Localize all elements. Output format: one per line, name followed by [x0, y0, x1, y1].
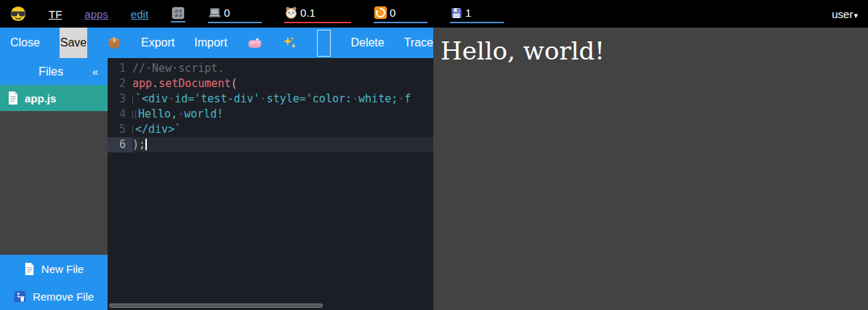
code-line-content: //·New·script. — [132, 61, 433, 76]
code-editor[interactable]: 1//·New·script.2app.setDocument(3`<div·i… — [108, 58, 433, 310]
link-edit[interactable]: edit — [131, 8, 148, 20]
empty-slot-button[interactable] — [317, 30, 331, 57]
hamster-icon — [284, 6, 298, 20]
remove-file-button[interactable]: Remove File — [0, 282, 108, 310]
chevron-down-icon: ▾ — [853, 11, 858, 20]
files-header: Files « — [0, 58, 108, 85]
line-number: 4 — [108, 107, 132, 122]
sidebar-filler — [0, 111, 108, 255]
repeat-counter[interactable]: 0 — [374, 4, 427, 23]
code-line[interactable]: 5</div>` — [108, 122, 433, 137]
code-line[interactable]: 1//·New·script. — [108, 61, 433, 76]
code-line-content: </div>` — [132, 122, 433, 137]
horizontal-scrollbar-thumb[interactable] — [109, 303, 323, 308]
remove-file-label: Remove File — [33, 290, 94, 303]
code-lines: 1//·New·script.2app.setDocument(3`<div·i… — [108, 58, 433, 152]
line-number: 6 — [108, 137, 132, 152]
floppy-disk-icon — [450, 7, 463, 20]
apps-grid-button[interactable] — [171, 6, 185, 23]
tab-marker — [135, 107, 136, 121]
save-button[interactable]: Save — [60, 28, 87, 58]
code-line[interactable]: 2app.setDocument( — [108, 76, 433, 91]
line-number: 1 — [108, 61, 132, 76]
text-cursor — [145, 139, 147, 150]
laptop-counter-value: 0 — [224, 7, 230, 19]
package-button[interactable] — [107, 36, 121, 50]
new-file-label: New File — [41, 263, 84, 275]
hamster-counter[interactable]: 0.1 — [284, 4, 351, 23]
hamster-counter-value: 0.1 — [300, 7, 316, 19]
main-area: Close Save Export Import — [0, 28, 868, 310]
sunglasses-face-icon — [10, 6, 26, 22]
user-menu[interactable]: user▾ — [832, 8, 858, 20]
topbar: TF apps edit 0 0.1 — [0, 0, 868, 28]
repeat-icon — [374, 6, 387, 20]
import-button[interactable]: Import — [194, 36, 227, 49]
code-line-content: app.setDocument( — [132, 76, 433, 91]
line-number: 2 — [108, 76, 132, 91]
preview-heading: Hello, world! — [441, 36, 868, 65]
code-line[interactable]: 3`<div·id='test-div'·style='color:·white… — [108, 91, 433, 107]
line-number: 5 — [108, 122, 132, 137]
line-number: 3 — [108, 91, 132, 107]
floppy-counter[interactable]: 1 — [450, 5, 504, 23]
code-line-content: `<div·id='test-div'·style='color:·white;… — [132, 91, 433, 107]
repeat-counter-value: 0 — [390, 7, 395, 19]
preview-pane: Hello, world! — [433, 28, 868, 310]
sparkles-icon — [282, 36, 297, 51]
control-knobs-icon — [171, 6, 185, 20]
new-file-button[interactable]: New File — [0, 255, 108, 282]
clean-button[interactable] — [247, 36, 262, 51]
package-icon — [107, 36, 121, 50]
editor-toolbar: Close Save Export Import — [0, 28, 433, 58]
user-menu-label: user — [832, 8, 853, 20]
laptop-counter[interactable]: 0 — [208, 4, 262, 23]
close-button[interactable]: Close — [10, 36, 40, 49]
tab-marker — [132, 107, 133, 121]
files-sidebar: Files « app.js — [0, 58, 108, 310]
tab-marker — [132, 123, 133, 136]
code-line[interactable]: 4Hello,·world! — [108, 107, 433, 122]
link-apps[interactable]: apps — [84, 8, 108, 20]
new-file-icon — [24, 263, 35, 275]
document-icon — [7, 91, 19, 105]
code-line[interactable]: 6); — [108, 137, 433, 152]
panes: Files « app.js — [0, 58, 433, 310]
export-button[interactable]: Export — [141, 36, 174, 49]
files-header-title: Files — [0, 65, 83, 78]
editor-region: Close Save Export Import — [0, 28, 433, 310]
collapse-sidebar-button[interactable]: « — [83, 65, 108, 78]
link-tf[interactable]: TF — [49, 8, 62, 20]
soap-icon — [247, 36, 262, 51]
litter-bin-icon — [14, 290, 26, 303]
code-line-content: Hello,·world! — [132, 107, 433, 122]
trace-button[interactable]: Trace — [404, 36, 433, 49]
ai-button[interactable] — [282, 36, 297, 51]
file-row-appjs[interactable]: app.js — [0, 85, 108, 111]
laptop-icon — [208, 6, 222, 20]
floppy-counter-value: 1 — [465, 7, 471, 19]
tab-marker — [132, 92, 133, 105]
home-emoji-button[interactable] — [10, 6, 26, 22]
code-line-content: ); — [132, 137, 433, 152]
file-name: app.js — [25, 92, 56, 105]
delete-button[interactable]: Delete — [350, 36, 384, 49]
